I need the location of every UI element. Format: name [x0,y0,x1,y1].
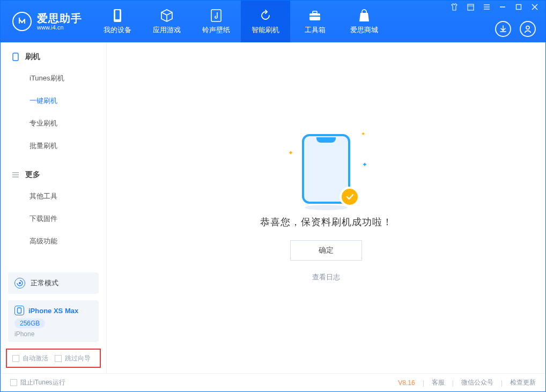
header-tabs: 我的设备 应用游戏 铃声壁纸 智能刷机 工具箱 爱思商城 [93,1,389,42]
status-bar: 阻止iTunes运行 V8.16 | 客服 | 微信公众号 | 检查更新 [1,373,545,391]
section-title: 更多 [25,170,40,180]
sidebar-item-advanced[interactable]: 高级功能 [1,230,106,253]
logo-mark-icon [12,12,32,31]
svg-point-16 [526,26,529,29]
app-title: 爱思助手 [37,12,82,24]
view-log-link[interactable]: 查看日志 [312,272,340,282]
toolbox-icon [308,9,322,23]
tab-label: 爱思商城 [350,25,378,35]
separator: | [423,379,424,387]
svg-rect-22 [18,308,21,313]
sidebar-item-oneclick-flash[interactable]: 一键刷机 [1,90,106,112]
separator: | [452,379,454,387]
svg-rect-6 [309,16,320,17]
sync-icon [259,9,272,23]
version-label: V8.16 [398,379,415,387]
tab-label: 工具箱 [305,25,326,35]
bag-icon [357,9,371,23]
minimize-icon[interactable] [498,3,507,11]
device-card[interactable]: iPhone XS Max 256GB iPhone [8,300,99,342]
sidebar-bottom: 正常模式 iPhone XS Max 256GB iPhone 自动激活 [1,265,106,373]
cube-icon [160,9,174,23]
svg-rect-13 [517,5,521,10]
sidebar-item-other-tools[interactable]: 其他工具 [1,185,106,208]
checkbox-icon [10,379,17,386]
tab-toolbox[interactable]: 工具箱 [290,1,340,42]
phone-icon [110,9,124,23]
checkbox-block-itunes[interactable]: 阻止iTunes运行 [10,378,65,387]
link-check-update[interactable]: 检查更新 [510,378,536,387]
sidebar-menu-flash: iTunes刷机 一键刷机 专业刷机 批量刷机 [1,67,106,157]
svg-rect-5 [313,11,317,13]
success-message: 恭喜您，保资料刷机成功啦！ [260,216,393,228]
device-name: iPhone XS Max [28,307,78,315]
statusbar-right: V8.16 | 客服 | 微信公众号 | 检查更新 [398,378,536,387]
logo-text: 爱思助手 www.i4.cn [37,12,82,31]
main-content: ✦ ✦ ✦ 恭喜您，保资料刷机成功啦！ 确定 查看日志 [107,42,545,373]
sparkle-icon: ✦ [362,161,367,168]
tab-ringtones-wallpapers[interactable]: 铃声壁纸 [191,1,241,42]
maximize-icon[interactable] [514,3,523,11]
body: 刷机 iTunes刷机 一键刷机 专业刷机 批量刷机 更多 其他工具 下载固件 … [1,42,545,373]
tab-store[interactable]: 爱思商城 [340,1,389,42]
sidebar-menu-more: 其他工具 下载固件 高级功能 [1,185,106,253]
window-icon[interactable] [466,3,475,11]
sidebar-item-batch-flash[interactable]: 批量刷机 [1,135,106,157]
sidebar-item-download-firmware[interactable]: 下载固件 [1,208,106,230]
app-url: www.i4.cn [37,24,82,31]
device-type: iPhone [14,330,92,338]
link-wechat[interactable]: 微信公众号 [461,378,493,387]
svg-rect-17 [13,53,18,61]
checkbox-icon [55,355,62,362]
tab-label: 铃声壁纸 [202,25,230,35]
tab-label: 智能刷机 [252,25,279,35]
checkbox-skip-guide[interactable]: 跳过向导 [55,354,91,363]
checkbox-auto-activate[interactable]: 自动激活 [12,354,48,363]
recovery-icon [14,278,25,289]
sparkle-icon: ✦ [361,131,365,137]
svg-point-0 [19,18,20,19]
ok-button[interactable]: 确定 [290,240,362,261]
user-icon [523,25,532,33]
device-capacity: 256GB [14,319,45,328]
mode-text: 正常模式 [31,278,58,288]
sidebar-item-itunes-flash[interactable]: iTunes刷机 [1,67,106,90]
music-icon [209,9,223,23]
header-actions [495,21,536,37]
sidebar: 刷机 iTunes刷机 一键刷机 专业刷机 批量刷机 更多 其他工具 下载固件 … [1,42,107,373]
tab-my-device[interactable]: 我的设备 [93,1,142,42]
tab-apps-games[interactable]: 应用游戏 [142,1,191,42]
app-window: 爱思助手 www.i4.cn 我的设备 应用游戏 铃声壁纸 智能刷机 [0,0,546,392]
mode-indicator[interactable]: 正常模式 [8,272,99,294]
tab-smart-flash[interactable]: 智能刷机 [241,1,290,42]
svg-rect-4 [309,13,320,20]
logo: 爱思助手 www.i4.cn [1,1,93,42]
window-controls [450,3,539,11]
svg-point-21 [19,282,21,284]
tab-label: 我的设备 [104,25,131,35]
list-icon [11,171,20,179]
sparkle-icon: ✦ [288,149,293,157]
shirt-icon[interactable] [450,3,459,11]
illustration-shadow [305,205,348,210]
svg-rect-7 [468,4,474,10]
separator: | [501,379,503,387]
user-button[interactable] [520,21,536,37]
close-icon[interactable] [530,3,539,11]
check-badge-icon [340,187,360,207]
sidebar-item-pro-flash[interactable]: 专业刷机 [1,112,106,135]
section-title: 刷机 [25,52,40,62]
highlighted-options: 自动激活 跳过向导 [6,349,101,368]
app-header: 爱思助手 www.i4.cn 我的设备 应用游戏 铃声壁纸 智能刷机 [1,1,545,42]
svg-rect-2 [115,10,120,19]
success-illustration: ✦ ✦ ✦ [302,134,350,204]
download-icon [499,25,507,33]
download-button[interactable] [495,21,511,37]
phone-small-icon [14,306,24,315]
menu-icon[interactable] [482,3,491,11]
tab-label: 应用游戏 [153,25,181,35]
link-support[interactable]: 客服 [432,378,445,387]
checkbox-icon [12,355,19,362]
device-small-icon [11,53,20,61]
svg-rect-3 [211,10,221,21]
